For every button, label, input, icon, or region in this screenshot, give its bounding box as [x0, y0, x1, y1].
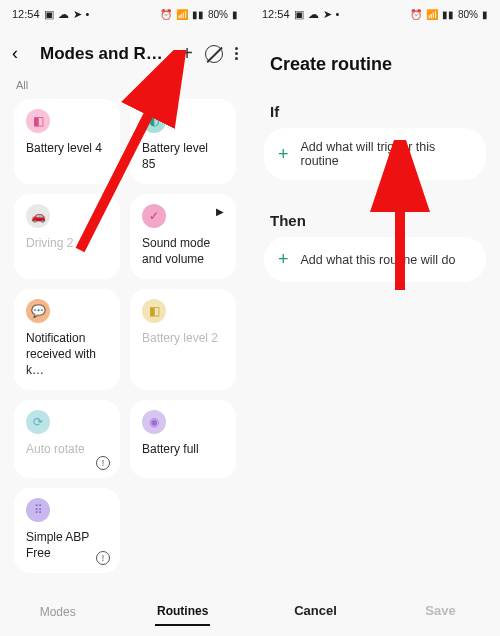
wifi-icon: 📶: [426, 9, 438, 20]
warning-icon: !: [96, 456, 110, 470]
dot-icon: •: [336, 8, 340, 20]
battery-text: 80%: [208, 9, 228, 20]
routines-grid: ◧ Battery level 4 ◐ Battery level 85 🚗 D…: [0, 99, 250, 573]
back-button[interactable]: ‹: [12, 43, 30, 64]
dot-icon: •: [86, 8, 90, 20]
filter-icon[interactable]: [205, 45, 223, 63]
play-icon: ▶: [216, 206, 224, 217]
notification-icon: 💬: [26, 299, 50, 323]
sound-icon: ✓: [142, 204, 166, 228]
signal-icon: ▮▮: [442, 9, 454, 20]
routine-card[interactable]: ◧ Battery level 4: [14, 99, 120, 184]
routine-card[interactable]: ◉ Battery full: [130, 400, 236, 478]
routine-card[interactable]: ✓ ▶ Sound mode and volume: [130, 194, 236, 279]
more-button[interactable]: [235, 47, 238, 60]
car-icon: 🚗: [26, 204, 50, 228]
plus-icon: +: [278, 144, 289, 165]
add-button[interactable]: +: [181, 42, 193, 65]
add-action-button[interactable]: + Add what this routine will do: [264, 237, 486, 282]
send-icon: ➤: [323, 8, 332, 21]
phone-right: 12:54 ▣ ☁ ➤ • ⏰ 📶 ▮▮ 80% ▮ Create routin…: [250, 0, 500, 636]
card-title: Battery level 4: [26, 141, 108, 157]
battery-icon: ◧: [142, 299, 166, 323]
routine-card[interactable]: ◧ Battery level 2: [130, 289, 236, 390]
card-title: Battery full: [142, 442, 224, 458]
add-trigger-button[interactable]: + Add what will trigger this routine: [264, 128, 486, 180]
card-title: Sound mode and volume: [142, 236, 224, 267]
add-trigger-text: Add what will trigger this routine: [301, 140, 472, 168]
card-title: Battery level 2: [142, 331, 224, 347]
app-icon: ⠿: [26, 498, 50, 522]
cancel-button[interactable]: Cancel: [294, 603, 337, 618]
battery-text: 80%: [458, 9, 478, 20]
battery-icon: ◐: [142, 109, 166, 133]
header: ‹ Modes and Rou… +: [0, 28, 250, 75]
routine-card[interactable]: ⠿ ! Simple ABP Free: [14, 488, 120, 573]
phone-left: 12:54 ▣ ☁ ➤ • ⏰ 📶 ▮▮ 80% ▮ ‹ Modes and R…: [0, 0, 250, 636]
plus-icon: +: [278, 249, 289, 270]
routine-card[interactable]: 💬 Notification received with k…: [14, 289, 120, 390]
camera-icon: ▣: [44, 8, 54, 21]
status-time: 12:54: [12, 8, 40, 20]
save-button[interactable]: Save: [425, 603, 455, 618]
tab-bar: Modes Routines: [0, 588, 250, 636]
routine-card[interactable]: ⟳ ! Auto rotate: [14, 400, 120, 478]
send-icon: ➤: [73, 8, 82, 21]
cloud-icon: ☁: [308, 8, 319, 21]
card-title: Auto rotate: [26, 442, 108, 458]
battery-icon: ◧: [26, 109, 50, 133]
cloud-icon: ☁: [58, 8, 69, 21]
signal-icon: ▮▮: [192, 9, 204, 20]
then-label: Then: [250, 202, 500, 237]
camera-icon: ▣: [294, 8, 304, 21]
alarm-icon: ⏰: [160, 9, 172, 20]
add-action-text: Add what this routine will do: [301, 253, 456, 267]
routine-card[interactable]: ◐ Battery level 85: [130, 99, 236, 184]
status-bar: 12:54 ▣ ☁ ➤ • ⏰ 📶 ▮▮ 80% ▮: [250, 0, 500, 28]
tab-modes[interactable]: Modes: [40, 605, 76, 619]
battery-icon: ▮: [232, 9, 238, 20]
routine-card[interactable]: 🚗 Driving 2: [14, 194, 120, 279]
filter-all-label: All: [0, 75, 250, 99]
page-title: Modes and Rou…: [40, 44, 171, 64]
page-title: Create routine: [250, 28, 500, 93]
rotate-icon: ⟳: [26, 410, 50, 434]
card-title: Battery level 85: [142, 141, 224, 172]
tab-routines[interactable]: Routines: [155, 598, 210, 626]
alarm-icon: ⏰: [410, 9, 422, 20]
battery-icon: ◉: [142, 410, 166, 434]
status-bar: 12:54 ▣ ☁ ➤ • ⏰ 📶 ▮▮ 80% ▮: [0, 0, 250, 28]
battery-icon: ▮: [482, 9, 488, 20]
card-title: Notification received with k…: [26, 331, 108, 378]
if-label: If: [250, 93, 500, 128]
status-time: 12:54: [262, 8, 290, 20]
warning-icon: !: [96, 551, 110, 565]
wifi-icon: 📶: [176, 9, 188, 20]
card-title: Driving 2: [26, 236, 108, 252]
bottom-actions: Cancel Save: [250, 584, 500, 636]
